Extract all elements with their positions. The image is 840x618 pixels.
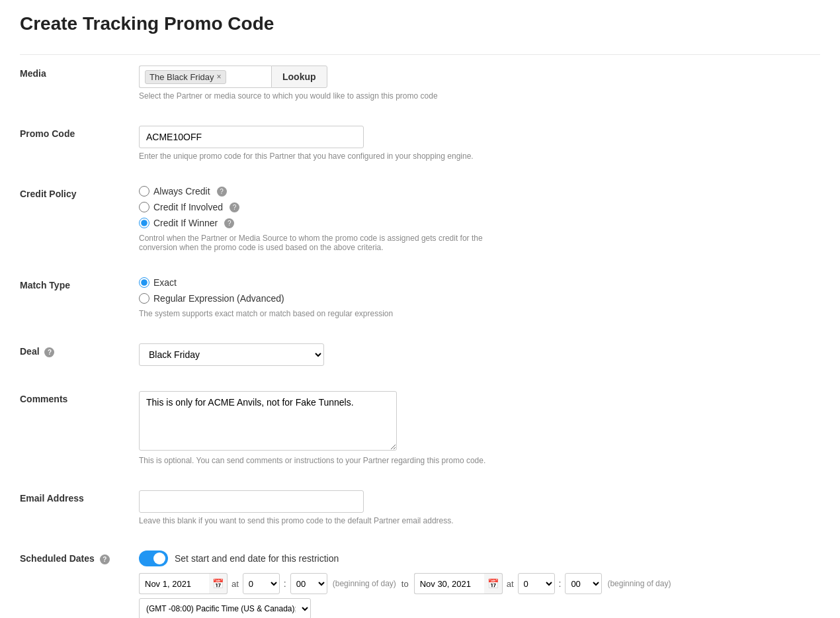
match-type-label: Match Type <box>20 277 139 290</box>
start-hour-select[interactable]: 0123 4567 891011 12131415 16171819 20212… <box>243 573 280 594</box>
start-minute-select[interactable]: 00153045 <box>290 573 327 594</box>
credit-policy-row: Credit Policy Always Credit ? Credit If … <box>20 186 820 259</box>
scheduled-toggle-row: Set start and end date for this restrict… <box>139 551 820 566</box>
lookup-button[interactable]: Lookup <box>271 66 327 88</box>
start-calendar-icon[interactable]: 📅 <box>209 573 228 594</box>
credit-policy-hint: Control when the Partner or Media Source… <box>139 234 523 252</box>
credit-winner-option[interactable]: Credit If Winner ? <box>139 218 820 228</box>
credit-always-help-icon[interactable]: ? <box>217 187 227 197</box>
credit-winner-radio[interactable] <box>139 218 149 228</box>
promo-code-content: Enter the unique promo code for this Par… <box>139 126 820 161</box>
email-label: Email Address <box>20 490 139 504</box>
match-regex-option[interactable]: Regular Expression (Advanced) <box>139 293 820 304</box>
scheduled-dates-row: Scheduled Dates ? Set start and end date… <box>20 551 820 618</box>
toggle-slider <box>139 551 168 566</box>
match-exact-option[interactable]: Exact <box>139 277 820 288</box>
credit-involved-radio[interactable] <box>139 202 149 212</box>
media-tag: The Black Friday × <box>145 70 226 84</box>
end-date-input[interactable] <box>414 573 487 594</box>
at-label-end: at <box>507 579 514 589</box>
scheduled-dates-help-icon[interactable]: ? <box>100 554 110 564</box>
credit-winner-label: Credit If Winner <box>153 218 218 228</box>
credit-involved-option[interactable]: Credit If Involved ? <box>139 202 820 212</box>
match-regex-label: Regular Expression (Advanced) <box>153 293 284 304</box>
promo-code-hint: Enter the unique promo code for this Par… <box>139 152 820 161</box>
media-tag-remove[interactable]: × <box>217 73 222 81</box>
deal-row: Deal ? Black Friday Summer Sale Cyber Mo… <box>20 343 820 373</box>
at-label-start: at <box>231 579 239 589</box>
deal-help-icon[interactable]: ? <box>44 347 54 357</box>
credit-policy-content: Always Credit ? Credit If Involved ? Cre… <box>139 186 820 252</box>
comments-content: This is only for ACME Anvils, not for Fa… <box>139 391 820 465</box>
start-qualifier: (beginning of day) <box>333 579 396 588</box>
match-regex-radio[interactable] <box>139 293 149 304</box>
media-label: Media <box>20 66 139 79</box>
credit-policy-label: Credit Policy <box>20 186 139 199</box>
promo-code-label: Promo Code <box>20 126 139 139</box>
credit-always-option[interactable]: Always Credit ? <box>139 186 820 197</box>
comments-hint: This is optional. You can send comments … <box>139 456 820 465</box>
colon-start: : <box>284 578 286 589</box>
colon-end: : <box>559 578 562 589</box>
credit-involved-help-icon[interactable]: ? <box>230 202 239 212</box>
match-exact-label: Exact <box>153 277 177 288</box>
match-type-content: Exact Regular Expression (Advanced) The … <box>139 277 820 318</box>
start-date-wrap: 📅 <box>139 573 228 594</box>
promo-code-input[interactable] <box>139 126 364 148</box>
scheduled-dates-label: Scheduled Dates ? <box>20 551 139 564</box>
credit-winner-help-icon[interactable]: ? <box>224 218 234 228</box>
match-type-row: Match Type Exact Regular Expression (Adv… <box>20 277 820 325</box>
match-type-radio-group: Exact Regular Expression (Advanced) <box>139 277 820 304</box>
credit-always-radio[interactable] <box>139 186 149 197</box>
scheduled-toggle-label: Set start and end date for this restrict… <box>175 553 339 564</box>
page-title: Create Tracking Promo Code <box>20 13 820 34</box>
scheduled-toggle[interactable] <box>139 551 168 566</box>
scheduled-dates-content: Set start and end date for this restrict… <box>139 551 820 618</box>
promo-code-row: Promo Code Enter the unique promo code f… <box>20 126 820 167</box>
deal-content: Black Friday Summer Sale Cyber Monday <box>139 343 820 366</box>
comments-label: Comments <box>20 391 139 404</box>
credit-policy-radio-group: Always Credit ? Credit If Involved ? Cre… <box>139 186 820 228</box>
credit-always-label: Always Credit <box>153 186 210 197</box>
timezone-select[interactable]: (GMT -08:00) Pacific Time (US & Canada);… <box>139 598 311 618</box>
email-input[interactable] <box>139 490 364 513</box>
media-content: The Black Friday × Lookup Select the Par… <box>139 66 820 101</box>
end-date-wrap: 📅 <box>414 573 503 594</box>
comments-textarea[interactable]: This is only for ACME Anvils, not for Fa… <box>139 391 397 451</box>
date-range-row: 📅 at 0123 4567 891011 12131415 16171819 … <box>139 573 820 618</box>
media-tag-input[interactable]: The Black Friday × <box>139 66 271 88</box>
to-label: to <box>401 579 409 589</box>
media-row: Media The Black Friday × Lookup Select t… <box>20 66 820 107</box>
email-row: Email Address Leave this blank if you wa… <box>20 490 820 532</box>
end-qualifier: (beginning of day) <box>607 579 671 588</box>
email-hint: Leave this blank if you want to send thi… <box>139 516 820 525</box>
email-content: Leave this blank if you want to send thi… <box>139 490 820 525</box>
end-minute-select[interactable]: 00153045 <box>565 573 602 594</box>
title-divider <box>20 54 820 55</box>
match-exact-radio[interactable] <box>139 277 149 288</box>
end-hour-select[interactable]: 0123 4567 891011 12131415 16171819 20212… <box>518 573 555 594</box>
match-type-hint: The system supports exact match or match… <box>139 309 820 318</box>
credit-involved-label: Credit If Involved <box>153 202 223 212</box>
end-calendar-icon[interactable]: 📅 <box>484 573 503 594</box>
media-hint: Select the Partner or media source to wh… <box>139 91 820 101</box>
media-tag-text: The Black Friday <box>149 72 214 82</box>
comments-row: Comments This is only for ACME Anvils, n… <box>20 391 820 472</box>
start-date-input[interactable] <box>139 573 212 594</box>
deal-label: Deal ? <box>20 343 139 357</box>
media-input-wrap: The Black Friday × Lookup <box>139 66 820 88</box>
deal-select[interactable]: Black Friday Summer Sale Cyber Monday <box>139 343 324 366</box>
